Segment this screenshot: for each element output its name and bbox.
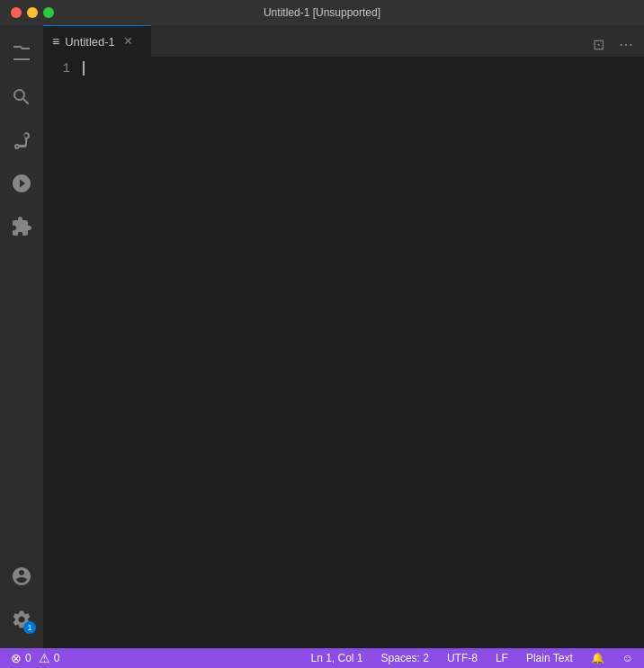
status-notifications-icon[interactable]: 🔔 bbox=[587, 648, 608, 668]
split-editor-icon[interactable]: ⊡ bbox=[589, 32, 608, 57]
editor-content[interactable] bbox=[79, 57, 644, 648]
tab-untitled-1[interactable]: ≡ Untitled-1 × bbox=[43, 25, 151, 57]
status-right: Ln 1, Col 1 Spaces: 2 UTF-8 LF Plain Tex… bbox=[307, 648, 637, 668]
sidebar-item-search[interactable] bbox=[0, 76, 43, 119]
sidebar-item-account[interactable] bbox=[0, 555, 43, 598]
search-icon bbox=[11, 86, 32, 108]
status-bar: ⊗ 0 ⚠ 0 Ln 1, Col 1 Spaces: 2 UTF-8 LF P… bbox=[0, 648, 644, 668]
status-spaces[interactable]: Spaces: 2 bbox=[378, 648, 433, 668]
app-body: 1 ≡ Untitled-1 × ⊡ ⋯ 1 bbox=[0, 25, 644, 648]
tab-bar-actions: ⊡ ⋯ bbox=[589, 32, 644, 57]
line-numbers: 1 bbox=[43, 57, 79, 648]
source-control-icon bbox=[11, 129, 32, 151]
status-eol[interactable]: LF bbox=[492, 648, 512, 668]
status-errors[interactable]: ⊗ 0 ⚠ 0 bbox=[7, 648, 63, 668]
warning-count: 0 bbox=[54, 652, 60, 664]
files-icon bbox=[11, 43, 32, 65]
sidebar-item-explorer[interactable] bbox=[0, 32, 43, 76]
status-left: ⊗ 0 ⚠ 0 bbox=[7, 648, 63, 668]
error-icon: ⊗ bbox=[11, 651, 22, 665]
tab-close-button[interactable]: × bbox=[124, 34, 132, 49]
window-title: Untitled-1 [Unsupported] bbox=[264, 6, 380, 19]
activity-bar-bottom: 1 bbox=[0, 555, 43, 648]
tab-file-icon: ≡ bbox=[52, 34, 59, 49]
sidebar-item-run[interactable] bbox=[0, 162, 43, 205]
traffic-lights bbox=[11, 7, 54, 18]
error-count: 0 bbox=[25, 652, 31, 664]
tab-label: Untitled-1 bbox=[65, 35, 115, 49]
activity-bar-top bbox=[0, 32, 43, 555]
editor[interactable]: 1 bbox=[43, 57, 644, 648]
tab-bar: ≡ Untitled-1 × ⊡ ⋯ bbox=[43, 25, 644, 57]
text-cursor bbox=[83, 61, 85, 76]
warning-icon: ⚠ bbox=[39, 651, 50, 665]
status-encoding[interactable]: UTF-8 bbox=[443, 648, 481, 668]
activity-bar: 1 bbox=[0, 25, 43, 648]
minimize-button[interactable] bbox=[27, 7, 38, 18]
sidebar-item-extensions[interactable] bbox=[0, 205, 43, 248]
run-icon bbox=[11, 173, 32, 194]
status-position[interactable]: Ln 1, Col 1 bbox=[307, 648, 366, 668]
sidebar-item-source-control[interactable] bbox=[0, 119, 43, 162]
maximize-button[interactable] bbox=[43, 7, 54, 18]
extensions-icon bbox=[11, 216, 32, 237]
more-actions-icon[interactable]: ⋯ bbox=[615, 32, 637, 57]
sidebar-item-settings[interactable]: 1 bbox=[0, 598, 43, 641]
status-feedback-icon[interactable]: ☺ bbox=[619, 648, 637, 668]
status-language[interactable]: Plain Text bbox=[523, 648, 577, 668]
close-button[interactable] bbox=[11, 7, 22, 18]
line-number-1: 1 bbox=[43, 60, 70, 77]
editor-area: ≡ Untitled-1 × ⊡ ⋯ 1 bbox=[43, 25, 644, 648]
account-icon bbox=[11, 566, 32, 587]
titlebar: Untitled-1 [Unsupported] bbox=[0, 0, 644, 25]
settings-badge: 1 bbox=[23, 621, 36, 634]
